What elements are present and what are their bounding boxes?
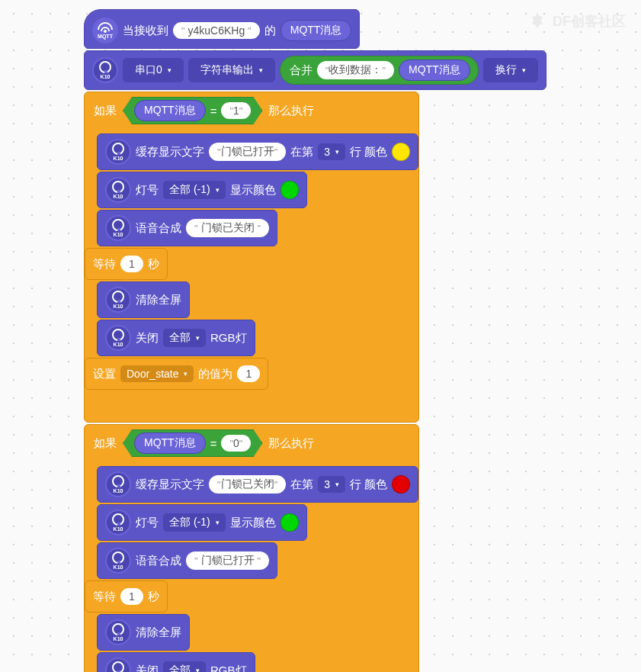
logo-icon [527,11,548,32]
if-block-1[interactable]: 如果 MQTT消息 = "1" 那么执行 K10 缓存显示文字 "门锁已打开" … [84,92,419,423]
wait-value-input[interactable]: 1 [120,256,143,272]
if-block-2[interactable]: 如果 MQTT消息 = "0" 那么执行 K10 缓存显示文字 "门锁已关闭" … [84,424,419,672]
k10-icon: K10 [105,325,131,351]
led-target-dropdown[interactable]: 全部 (-1)▾ [163,513,226,532]
then-label: 那么执行 [268,436,314,451]
rgb-target-dropdown[interactable]: 全部▾ [163,329,206,347]
wait-block[interactable]: 等待 1 秒 [85,248,168,280]
serial-mode-dropdown[interactable]: 字符串输出▾ [194,61,269,79]
k10-icon: K10 [105,287,131,313]
compare-value-input[interactable]: "0" [221,435,251,452]
rgb-off-block[interactable]: K10 关闭 全部▾ RGB灯 [97,652,255,672]
condition-eq[interactable]: MQTT消息 = "0" [123,429,262,457]
wait-value-input[interactable]: 1 [120,588,143,605]
rgb-off-block[interactable]: K10 关闭 全部▾ RGB灯 [97,320,255,356]
k10-icon: K10 [105,215,131,241]
then-label: 那么执行 [268,104,314,118]
k10-icon: K10 [105,177,131,203]
k10-icon: K10 [105,139,131,165]
mqtt-message-pill[interactable]: MQTT消息 [399,59,470,81]
serial-port-dropdown[interactable]: 串口0▾ [129,61,178,79]
led-color-block[interactable]: K10 灯号 全部 (-1)▾ 显示颜色 [97,504,307,541]
newline-dropdown[interactable]: 换行▾ [489,61,532,79]
set-variable-block[interactable]: 设置 Door_state▾ 的值为 1 [85,358,268,390]
color-picker[interactable] [280,513,299,532]
line-dropdown[interactable]: 3▾ [318,476,345,493]
hat-mid: 的 [264,24,276,38]
text-input[interactable]: "门锁已关闭" [209,475,286,494]
color-picker[interactable] [392,475,410,494]
k10-icon: K10 [92,57,118,83]
hat-prefix: 当接收到 [123,24,168,38]
compare-value-input[interactable]: "1" [221,102,251,119]
mqtt-receive-hat[interactable]: MQTT 当接收到 " y4kuC6KHg " 的 MQTT消息 [84,9,360,49]
k10-icon: K10 [105,619,131,645]
mqtt-icon: MQTT [92,18,118,43]
k10-icon: K10 [105,658,131,672]
rgb-target-dropdown[interactable]: 全部▾ [163,661,206,672]
color-picker[interactable] [280,181,299,199]
line-dropdown[interactable]: 3▾ [318,143,345,160]
condition-eq[interactable]: MQTT消息 = "1" [123,97,262,124]
led-color-block[interactable]: K10 灯号 全部 (-1)▾ 显示颜色 [97,172,307,208]
concat-reporter[interactable]: 合并 "收到数据：" MQTT消息 [280,56,479,85]
block-stack: MQTT 当接收到 " y4kuC6KHg " 的 MQTT消息 K10 串口0… [84,8,641,672]
serial-print-block[interactable]: K10 串口0▾ 字符串输出▾ 合并 "收到数据：" MQTT消息 换行▾ [84,50,546,90]
variable-dropdown[interactable]: Door_state▾ [120,365,194,382]
text-input[interactable]: "门锁已打开" [209,143,286,161]
k10-icon: K10 [105,471,131,497]
topic-input[interactable]: " y4kuC6KHg " [173,22,260,39]
cache-text-block[interactable]: K10 缓存显示文字 "门锁已关闭" 在第 3▾ 行 颜色 [97,466,418,503]
tts-block[interactable]: K10 语音合成 " 门锁已打开 " [97,542,277,579]
wait-block[interactable]: 等待 1 秒 [85,580,168,613]
concat-text-input[interactable]: "收到数据：" [317,61,394,79]
led-target-dropdown[interactable]: 全部 (-1)▾ [163,181,226,199]
if-label: 如果 [94,436,117,451]
variable-value-input[interactable]: 1 [237,365,260,382]
mqtt-message-pill[interactable]: MQTT消息 [280,20,352,41]
k10-icon: K10 [105,548,131,574]
mqtt-message-pill[interactable]: MQTT消息 [134,432,206,454]
tts-text-input[interactable]: " 门锁已打开 " [186,551,269,570]
clear-screen-block[interactable]: K10 清除全屏 [97,281,190,318]
clear-screen-block[interactable]: K10 清除全屏 [97,614,190,651]
k10-icon: K10 [105,510,131,535]
if-label: 如果 [94,104,117,118]
color-picker[interactable] [392,143,410,161]
cache-text-block[interactable]: K10 缓存显示文字 "门锁已打开" 在第 3▾ 行 颜色 [97,133,418,170]
watermark: DF创客社区 [527,11,626,32]
tts-block[interactable]: K10 语音合成 " 门锁已关闭 " [97,210,277,246]
mqtt-message-pill[interactable]: MQTT消息 [134,100,206,121]
tts-text-input[interactable]: " 门锁已关闭 " [186,219,269,237]
